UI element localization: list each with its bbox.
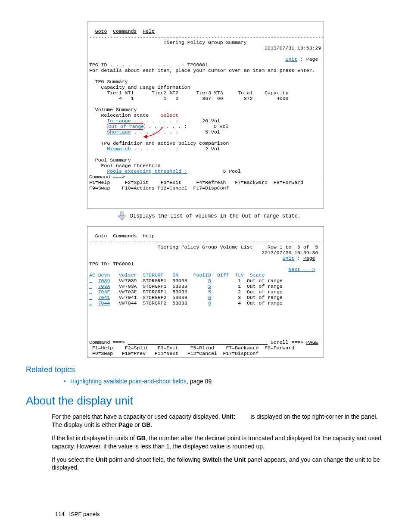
unit-row: Unit : Page: [89, 56, 318, 62]
related-topic-item: • Highlighting available point-and-shoot…: [64, 378, 385, 385]
fkeys-2: F9=Swap F10=Actions F12=Cancel F17=DispC…: [89, 185, 229, 191]
list-row[interactable]: _ 7041 V#7041 STORGRP2 53038 6 3 Out of …: [89, 295, 283, 300]
tpg-summary-heading: TPG Summary: [89, 79, 128, 84]
pool-summary-heading: Pool Summary: [89, 157, 131, 163]
menu-bar[interactable]: Goto Commands Help: [89, 28, 155, 34]
list-row[interactable]: _ 7039 V#7039 STORGRP1 53038 5 1 Out of …: [89, 278, 283, 283]
pools-exceed-link[interactable]: Pools exceeding threshold :: [107, 168, 187, 174]
timestamp-2: 2013/07/30 16:59:36: [89, 250, 318, 255]
unit-row-2: Unit : Page: [89, 255, 315, 261]
instruction: For details about each item, place your …: [89, 68, 315, 73]
unit-link[interactable]: Unit: [285, 56, 297, 62]
mismatch-link[interactable]: Mismatch: [107, 146, 131, 152]
divider: ----------------------------------------…: [89, 34, 324, 40]
command-line[interactable]: Command ===>: [89, 174, 321, 180]
svg-rect-1: [121, 212, 123, 216]
list-row[interactable]: _ 703A V#703A STORGRP1 53038 5 1 Out of …: [89, 283, 283, 289]
mismatch-row: Mismatch . . . . . . . : 2 Vol: [89, 146, 220, 152]
tpg-id-row: TPG ID . . . . . . . . . . . . : TPG0001: [89, 62, 208, 68]
fkeys2-2: F9=Swap F10=Prev F11=Next F12=Cancel F17…: [89, 351, 258, 356]
capacity-info: Capacity and usage information: [89, 84, 190, 90]
panel-volume-list: Goto Commands Help ---------------------…: [87, 226, 324, 358]
tpg-id-row-2: TPG ID: TPG0001: [89, 261, 134, 267]
footer: 114 ISPF panels: [55, 511, 100, 517]
reloc-state: Relocation state Select: [89, 112, 178, 118]
next-row: Next --->: [89, 267, 315, 272]
about-p1: For the panels that have a capacity or u…: [52, 413, 385, 429]
timestamp: 2013/07/31 18:53:29: [89, 45, 321, 51]
tier-values: 4 1 1 0 367 99 372 4000: [89, 96, 289, 101]
svg-marker-2: [118, 216, 126, 220]
about-heading: About the display unit: [26, 394, 385, 408]
panel2-title-row: Tiering Policy Group Volume List Row 1 t…: [89, 244, 318, 250]
fkeys2-1: F1=Help F2=Split F3=Exit F5=Rfind F7=Bac…: [89, 345, 294, 351]
command-line-2[interactable]: Command ===> Scroll ===> PAGE: [89, 339, 318, 345]
bullet-icon: •: [64, 378, 66, 385]
select-annot: Select: [161, 112, 178, 118]
related-topics-heading: Related topics: [26, 365, 385, 374]
tpg-comparison: TPG definition and active policy compari…: [89, 140, 229, 146]
reloc-row-3: Shortage . . . . . . . : 5 Vol: [89, 129, 220, 135]
panel-title: Tiering Policy Group Summary: [89, 40, 247, 45]
about-p3: If you select the Unit point-and-shoot f…: [52, 456, 385, 472]
shortage-link[interactable]: Shortage: [107, 129, 131, 135]
panel-tpg-summary: Goto Commands Help ---------------------…: [87, 22, 324, 209]
svg-marker-0: [143, 134, 147, 139]
related-link[interactable]: Highlighting available point-and-shoot f…: [70, 378, 187, 385]
menu-bar-2[interactable]: Goto Commands Help: [89, 233, 155, 239]
list-headers: AC Devn Volser STORGRP SN PoolID Diff TL…: [89, 272, 265, 278]
divider-2: ----------------------------------------…: [89, 239, 324, 244]
vol-summary-heading: Volume Summary: [89, 107, 137, 112]
reloc-row-2: Out of range . . . . . . : 5 Vol: [89, 123, 229, 130]
tier-headers: Tier1 %T1 Tier2 %T2 Tier3 %T3 Total Capa…: [89, 90, 289, 96]
fkeys-1: F1=Help F2=Split F3=Exit F4=Refresh F7=B…: [89, 180, 303, 185]
pool-usage: Pool usage threshold: [89, 163, 161, 168]
down-arrow-icon: [118, 212, 126, 221]
unit-link-2[interactable]: Unit: [283, 255, 295, 261]
list-row[interactable]: _ 7044 V#7044 STORGRP2 53038 6 4 Out of …: [89, 300, 283, 306]
next-link[interactable]: Next --->: [288, 267, 315, 272]
out-of-range-link[interactable]: Out of range: [107, 123, 145, 130]
about-p2: If the list is displayed in units of GB,…: [52, 434, 385, 451]
arrow-annot: Displays the list of volumes in the Out …: [130, 213, 301, 219]
pool-exceed: Pools exceeding threshold : 5 Pool: [89, 168, 241, 174]
list-row[interactable]: _ 703F V#703F STORGRP1 53038 5 2 Out of …: [89, 289, 283, 295]
